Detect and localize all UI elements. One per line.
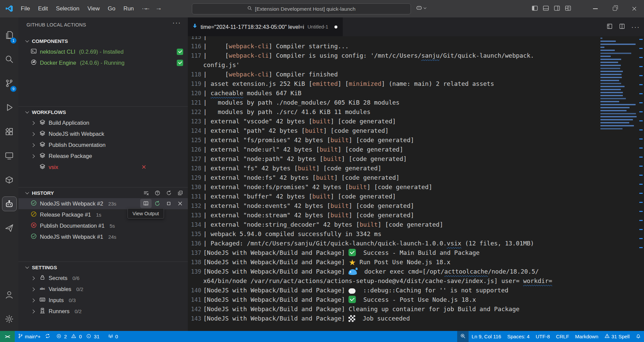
stop-icon[interactable]	[163, 199, 174, 208]
remote-indicator[interactable]: ><	[0, 331, 15, 342]
text-segment: |	[203, 90, 211, 97]
menu-item-view[interactable]: View	[84, 3, 104, 14]
ports-status[interactable]: 0	[105, 331, 121, 342]
workflow-item[interactable]: vsix	[18, 162, 188, 173]
sync-icon[interactable]	[45, 333, 50, 340]
line-number: 131	[188, 192, 201, 201]
section-header-settings[interactable]: SETTINGS	[18, 262, 188, 273]
minimap[interactable]	[600, 38, 638, 331]
history-label: NodeJS with Webpack #1	[40, 234, 103, 240]
flag-emoji	[348, 315, 355, 322]
history-item[interactable]: Publish Documentation #15s	[18, 220, 188, 231]
more-actions-icon[interactable]: ···	[631, 23, 640, 31]
workflow-item[interactable]: Build Application	[18, 117, 188, 128]
modified-dot-icon[interactable]	[334, 25, 337, 28]
toggle-panel-icon[interactable]	[543, 5, 549, 13]
status-31-spell[interactable]: 31 Spell	[601, 331, 633, 342]
section-header-history[interactable]: HISTORY	[18, 187, 188, 198]
clear-history-icon[interactable]	[140, 188, 152, 197]
collapse-all-icon[interactable]	[174, 188, 186, 197]
status-utf-8[interactable]: UTF-8	[533, 331, 553, 342]
status-zoom-icon[interactable]	[457, 331, 469, 342]
text-segment: docker exec cmd=[/opt/	[357, 268, 444, 275]
check-emoji	[348, 249, 356, 256]
copilot-menu[interactable]	[416, 5, 426, 11]
line-number: 123	[188, 117, 201, 126]
command-center-search[interactable]: [Extension Development Host] quick-launc…	[192, 3, 411, 14]
status-bell-icon[interactable]	[633, 331, 644, 342]
tab-untitled-1[interactable]: time="2024-11-17T18:32:43-05:00" level=i…	[188, 17, 343, 36]
activity-item-extensions[interactable]	[0, 119, 18, 144]
minimap-line	[600, 71, 623, 72]
workflow-item[interactable]: NodeJS with Webpack	[18, 128, 188, 139]
menu-item-selection[interactable]: Selection	[52, 3, 84, 14]
text-segment: ] [code generated]	[316, 165, 381, 172]
activity-item-run-and-debug[interactable]	[0, 95, 18, 119]
status-markdown[interactable]: Markdown	[572, 331, 601, 342]
open-preview-icon[interactable]	[606, 23, 613, 31]
component-item[interactable]: Docker Engine(24.0.6) - Running	[18, 57, 188, 68]
settings-item-runners[interactable]: Runners0/2	[18, 306, 188, 317]
section-header-components[interactable]: COMPONENTS	[18, 36, 188, 46]
split-editor-icon[interactable]	[619, 23, 625, 31]
error-close-icon[interactable]	[141, 164, 147, 171]
section-header-workflows[interactable]: WORKFLOWS	[18, 107, 188, 117]
refresh-icon[interactable]	[163, 188, 174, 197]
workflow-item[interactable]: Release Package	[18, 151, 188, 162]
view-output-icon[interactable]	[140, 199, 152, 208]
close-window-button[interactable]	[625, 0, 644, 17]
forward-arrow-icon[interactable]: →	[154, 4, 164, 12]
checkbox-checked[interactable]	[177, 49, 183, 55]
activity-item-search[interactable]	[0, 47, 18, 71]
restart-icon[interactable]	[152, 199, 163, 208]
checkbox-checked[interactable]	[177, 60, 183, 66]
toggle-secondary-sidebar-icon[interactable]	[554, 5, 560, 13]
settings-item-inputs[interactable]: Inputs0/3	[18, 295, 188, 306]
line-number: 136	[188, 239, 201, 248]
toggle-sidebar-icon[interactable]	[532, 5, 538, 13]
activity-item-explorer[interactable]: 1	[0, 23, 18, 47]
problems-status[interactable]: 2 0 31	[53, 331, 105, 342]
question-icon[interactable]	[152, 188, 163, 197]
cancelled-icon	[31, 211, 37, 219]
settings-count: 0/6	[72, 275, 79, 281]
menu-item-file[interactable]: File	[17, 3, 34, 14]
layers-icon	[39, 152, 46, 160]
activity-item-remote-explorer[interactable]	[0, 144, 18, 168]
settings-item-variables[interactable]: abcVariables0/2	[18, 284, 188, 295]
settings-item-secrets[interactable]: Secrets0/6	[18, 273, 188, 284]
close-icon[interactable]	[174, 199, 186, 208]
minimize-button[interactable]	[586, 0, 605, 17]
activity-item-source-control[interactable]: 9	[0, 71, 18, 95]
menu-item-run[interactable]: Run	[119, 3, 138, 14]
check-emoji	[348, 296, 356, 303]
editor-line: 120| cacheable modules 647 KiB	[188, 89, 599, 98]
activity-item-accounts[interactable]	[0, 283, 18, 307]
text-segment: | external "node:fs/promises" 42 bytes [	[203, 183, 348, 190]
restore-button[interactable]	[605, 0, 625, 17]
editor-content[interactable]: 115|116| [webpack-cli] Compiler starting…	[188, 36, 644, 331]
status-spaces-4[interactable]: Spaces: 4	[504, 331, 533, 342]
chevron-down-icon	[25, 110, 29, 113]
history-item[interactable]: NodeJS with Webpack #223s	[18, 198, 188, 209]
line-number: 115	[188, 36, 201, 42]
customize-layout-icon[interactable]	[565, 5, 571, 13]
menu-item-edit[interactable]: Edit	[34, 3, 52, 14]
component-item[interactable]: nektos/act CLI(0.2.69) - Installed	[18, 46, 188, 57]
menu-item-go[interactable]: Go	[104, 3, 119, 14]
layers-icon	[39, 141, 46, 149]
more-actions-icon[interactable]: ···	[172, 19, 181, 26]
activity-item-containers[interactable]	[0, 168, 18, 192]
status-ln-9-col-116[interactable]: Ln 9, Col 116	[469, 331, 504, 342]
history-item[interactable]: NodeJS with Webpack #124s	[18, 231, 188, 242]
activity-item-manage[interactable]	[0, 307, 18, 331]
workflow-item[interactable]: Publish Documentation	[18, 139, 188, 151]
activity-item-publish[interactable]	[0, 216, 18, 240]
back-arrow-icon[interactable]: ←	[142, 4, 152, 12]
minimap-line	[600, 38, 602, 39]
line-text: | modules by path ./src/ 41.6 KiB 11 mod…	[203, 107, 371, 117]
branch-status[interactable]: main*+	[15, 331, 53, 342]
text-segment: built	[298, 165, 316, 172]
status-crlf[interactable]: CRLF	[553, 331, 572, 342]
activity-item-github-local-actions[interactable]	[0, 192, 18, 216]
